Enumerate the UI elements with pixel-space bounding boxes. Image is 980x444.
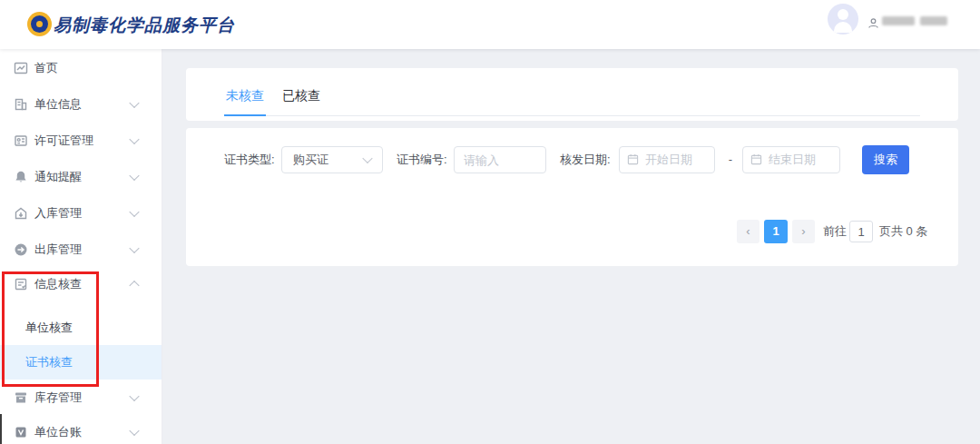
start-date-input[interactable]: 开始日期 [619, 146, 715, 173]
user-icon [867, 16, 879, 33]
license-card-icon [14, 133, 28, 148]
sidebar-item-unit-info[interactable]: 单位信息 [0, 86, 162, 123]
date-range-separator: - [725, 145, 736, 174]
tabs-card: 未核查 已核查 [186, 68, 958, 121]
end-date-input[interactable]: 结束日期 [742, 146, 840, 173]
chevron-down-icon [362, 153, 372, 163]
chevron-up-icon [129, 281, 139, 291]
chevron-down-icon [129, 134, 139, 144]
sidebar-item-outbound-mgmt[interactable]: 出库管理 [0, 232, 162, 268]
total-count-label: 页共 0 条 [879, 220, 927, 243]
user-name-redacted [882, 16, 915, 25]
user-name-redacted [920, 16, 947, 25]
inbound-warehouse-icon [14, 206, 28, 221]
page-prev-button[interactable]: ‹ [737, 220, 760, 243]
pagination: ‹ 1 › 前往 页共 0 条 [186, 220, 958, 243]
cert-type-value: 购买证 [293, 147, 328, 173]
end-date-placeholder: 结束日期 [769, 147, 816, 173]
building-icon [14, 97, 28, 112]
chevron-down-icon [129, 98, 139, 108]
calendar-icon [750, 153, 762, 165]
sidebar-item-inbound-mgmt[interactable]: 入库管理 [0, 195, 162, 232]
cert-no-label: 证书编号: [397, 145, 447, 174]
app-root: 易制毒化学品服务平台 首页 单位信息 [0, 0, 980, 444]
inventory-box-icon [14, 390, 28, 405]
cert-type-select[interactable]: 购买证 [281, 146, 383, 173]
start-date-placeholder: 开始日期 [645, 147, 692, 173]
cert-no-input[interactable] [454, 146, 546, 173]
police-badge-logo-icon [27, 12, 52, 36]
screenshot-edge-artifact [0, 414, 2, 444]
home-chart-icon [14, 61, 28, 75]
goto-label: 前往 [823, 220, 847, 243]
ledger-book-icon [14, 425, 28, 439]
avatar[interactable] [828, 4, 858, 35]
tab-unverified[interactable]: 未核查 [224, 88, 266, 116]
calendar-icon [627, 153, 639, 165]
page-next-button[interactable]: › [792, 220, 815, 243]
chevron-down-icon [129, 171, 139, 181]
cert-type-label: 证书类型: [224, 145, 275, 174]
chevron-down-icon [129, 391, 139, 401]
sidebar-item-license-mgmt[interactable]: 许可证管理 [0, 123, 162, 159]
sidebar-item-unit-ledger[interactable]: 单位台账 [0, 414, 162, 444]
filter-card: 证书类型: 购买证 证书编号: 核发日期: 开始日期 - [186, 128, 958, 266]
sidebar-item-notifications[interactable]: 通知提醒 [0, 159, 162, 195]
search-button[interactable]: 搜索 [862, 145, 909, 174]
page-number-button[interactable]: 1 [764, 220, 788, 243]
filter-row: 证书类型: 购买证 证书编号: 核发日期: 开始日期 - [186, 145, 958, 174]
chevron-down-icon [129, 426, 139, 436]
tab-bar: 未核查 已核查 [224, 88, 920, 116]
goto-page-input[interactable] [849, 221, 873, 242]
app-title: 易制毒化学品服务平台 [54, 14, 235, 37]
annotation-highlight-box [2, 271, 99, 387]
issue-date-label: 核发日期: [560, 145, 611, 174]
outbound-arrow-icon [14, 242, 28, 257]
tab-verified[interactable]: 已核查 [280, 88, 322, 115]
chevron-down-icon [129, 243, 139, 253]
bell-icon [14, 170, 28, 184]
chevron-down-icon [129, 207, 139, 217]
top-header: 易制毒化学品服务平台 [0, 0, 980, 49]
sidebar-item-home[interactable]: 首页 [0, 50, 162, 86]
